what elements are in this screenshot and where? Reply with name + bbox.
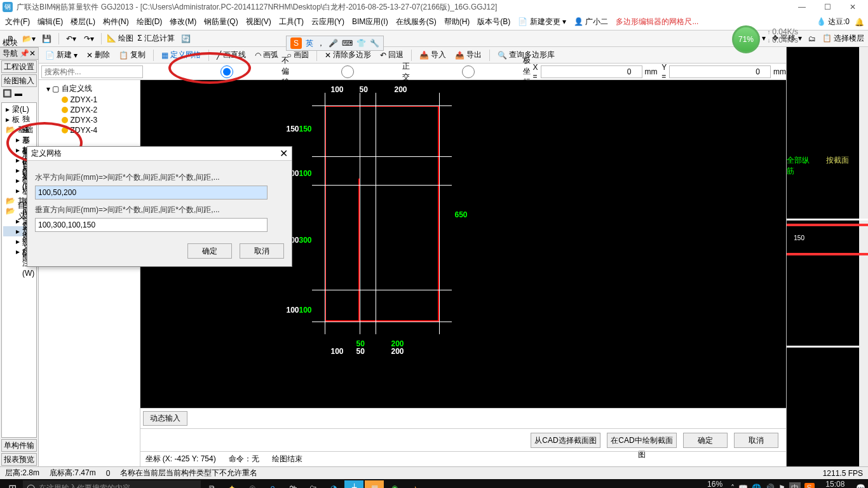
save-icon[interactable]: 💾 — [39, 32, 53, 45]
panel-close-icon[interactable]: ✕ — [29, 49, 36, 58]
undo-icon[interactable]: ↶▾ — [64, 32, 78, 45]
bell-icon[interactable]: 🔔 — [855, 18, 864, 27]
menu-修改(M)[interactable]: 修改(M) — [168, 15, 198, 29]
copy-btn[interactable]: 📋 复制 — [116, 48, 148, 62]
single-component-btn[interactable]: 单构件输入 — [1, 439, 37, 452]
start-button[interactable]: ⊞ — [3, 482, 22, 489]
ime-settings-icon[interactable]: 🔧 — [370, 39, 379, 48]
zdyx-item[interactable]: ZDYX-4 — [41, 125, 137, 135]
tree-root[interactable]: ▾ ▢ 自定义线 — [41, 83, 137, 95]
zdyx-item[interactable]: ZDYX-2 — [41, 105, 137, 115]
taskbar-search[interactable]: ◯ 在这里输入你要搜索的内容 — [23, 480, 201, 488]
dialog-cancel-btn[interactable]: 取消 — [240, 243, 284, 259]
menu-文件(F)[interactable]: 文件(F) — [4, 15, 31, 29]
gear-icon — [62, 117, 68, 123]
tree-mode-icon[interactable]: 🔲 — [3, 89, 12, 100]
menu-工具(T)[interactable]: 工具(T) — [278, 15, 305, 29]
ime-mic-icon[interactable]: 🎤 — [329, 39, 338, 48]
minimize-button[interactable]: — — [789, 3, 815, 11]
dialog-ok-btn[interactable]: 确定 — [187, 243, 232, 259]
close-button[interactable]: ✕ — [840, 3, 865, 11]
system-tray[interactable]: 16%CPU使用 ˄ 📖 🌐 🔊 ⚑ 中 S 15:082017/9/28 💬 — [703, 481, 865, 488]
tb-store-icon[interactable]: 🛍 — [283, 480, 302, 488]
panel-pin-icon[interactable]: 📌 — [20, 49, 29, 58]
ime-punct-icon[interactable]: ， — [317, 38, 325, 49]
preview-scrollbar[interactable] — [859, 47, 868, 466]
menu-视图(V)[interactable]: 视图(V) — [245, 15, 273, 29]
ime-toolbar[interactable]: S 英 ， 🎤 ⌨ 👕 🔧 — [286, 36, 384, 51]
gear-icon — [62, 127, 68, 133]
refresh-icon[interactable]: 🔄 — [179, 32, 193, 45]
tray-net-icon[interactable]: 🌐 — [752, 484, 761, 488]
menu-构件(N)[interactable]: 构件(N) — [102, 15, 130, 29]
menu-云应用(Y)[interactable]: 云应用(Y) — [310, 15, 346, 29]
tb-explorer-icon[interactable]: 🗂 — [304, 480, 323, 488]
cpu-meter[interactable]: 16%CPU使用 — [703, 481, 727, 488]
y-input[interactable] — [669, 65, 771, 78]
sel-floor-btn[interactable]: 📋 选择楼层 — [822, 33, 864, 44]
x-input[interactable] — [541, 65, 642, 78]
sogou-tray-icon[interactable]: S — [804, 483, 815, 488]
tray-book-icon[interactable]: 📖 — [738, 484, 748, 488]
tray-flag-icon[interactable]: ⚑ — [778, 484, 785, 488]
tb-app-1[interactable]: ✦ — [222, 480, 241, 488]
search-component-input[interactable] — [41, 65, 143, 78]
user-label[interactable]: 👤 广小二 — [573, 15, 609, 29]
draw-btn[interactable]: 📐 绘图 — [107, 33, 133, 44]
tree-item[interactable]: ▸ 梁(L) — [3, 104, 35, 114]
menu-楼层(L)[interactable]: 楼层(L) — [69, 15, 97, 29]
horiz-spacing-input[interactable] — [35, 186, 268, 200]
tray-vol-icon[interactable]: 🔊 — [765, 484, 775, 488]
custom-line-tree[interactable]: ▾ ▢ 自定义线 ZDYX-1 ZDYX-2 ZDYX-3 ZDYX-4 — [39, 80, 140, 466]
zdyx-item[interactable]: ZDYX-1 — [41, 95, 137, 105]
tree-mode-icon2[interactable]: ▬ — [15, 89, 22, 100]
menu-绘图(D)[interactable]: 绘图(D) — [135, 15, 164, 29]
tb-app-6[interactable]: ◉ — [385, 480, 404, 488]
tb-app-5[interactable]: ▦ — [365, 480, 384, 488]
windows-taskbar[interactable]: ⊞ ◯ 在这里输入你要搜索的内容 ⧉ ✦ ◎ e 🛍 🗂 ◔ ┿ ▦ ◉ ♪ 1… — [0, 479, 868, 488]
project-settings-btn[interactable]: 工程设置 — [1, 60, 37, 73]
clock[interactable]: 15:082017/9/28 — [818, 481, 852, 488]
ime-indicator[interactable]: 中 — [789, 482, 801, 489]
new-change-btn[interactable]: 📄 新建变更 ▾ — [517, 15, 567, 29]
ime-keyboard-icon[interactable]: ⌨ — [342, 39, 353, 48]
tb-app-4[interactable]: ┿ — [344, 480, 363, 488]
draw-input-btn[interactable]: 绘图输入 — [1, 74, 37, 87]
menu-BIM应用(I)[interactable]: BIM应用(I) — [351, 15, 390, 29]
tb-app-7[interactable]: ♪ — [405, 480, 424, 488]
menu-在线服务(S)[interactable]: 在线服务(S) — [395, 15, 438, 29]
task-view-icon[interactable]: ⧉ — [202, 480, 221, 488]
dialog-titlebar[interactable]: 定义网格 ✕ — [27, 147, 292, 161]
in-cad-btn[interactable]: 在CAD中绘制截面图 — [607, 433, 677, 448]
dynamic-input-toggle[interactable]: 动态输入 — [143, 411, 187, 426]
sum-btn[interactable]: Σ 汇总计算 — [137, 33, 175, 44]
section-preview[interactable]: 全部纵筋 按截面 150 — [786, 47, 868, 466]
open-file-icon[interactable]: 📂▾ — [22, 32, 36, 45]
tb-edge-icon[interactable]: e — [263, 480, 282, 488]
performance-badge[interactable]: 71% — [732, 25, 760, 53]
tb-app-3[interactable]: ◔ — [324, 480, 343, 488]
new-component-btn[interactable]: 📄 新建 ▾ — [43, 48, 80, 62]
tb-app-2[interactable]: ◎ — [243, 480, 262, 488]
action-center-icon[interactable]: 💬 — [856, 484, 865, 488]
maximize-button[interactable]: ☐ — [815, 3, 840, 11]
menu-钢筋量(Q)[interactable]: 钢筋量(Q) — [203, 15, 239, 29]
vert-spacing-input[interactable] — [35, 218, 268, 232]
tray-up-icon[interactable]: ˄ — [731, 484, 735, 488]
layer-icon[interactable]: 🗂 — [808, 34, 816, 43]
menu-编辑(E)[interactable]: 编辑(E) — [36, 15, 64, 29]
dialog-close-icon[interactable]: ✕ — [280, 147, 288, 159]
ortho-radio[interactable]: 正交 — [294, 61, 410, 83]
delete-btn[interactable]: ✕ 删除 — [84, 48, 112, 62]
x-unit: mm — [645, 67, 658, 76]
canvas-ok-btn[interactable]: 确定 — [683, 433, 728, 448]
report-preview-btn[interactable]: 报表预览 — [1, 453, 37, 466]
canvas-cancel-btn[interactable]: 取消 — [734, 433, 778, 448]
menu-帮助(H)[interactable]: 帮助(H) — [443, 15, 471, 29]
ime-skin-icon[interactable]: 👕 — [356, 39, 366, 48]
ime-lang[interactable]: 英 — [306, 38, 313, 49]
menu-版本号(B)[interactable]: 版本号(B) — [476, 15, 512, 29]
redo-icon[interactable]: ↷▾ — [82, 32, 96, 45]
zdyx-item[interactable]: ZDYX-3 — [41, 115, 137, 125]
from-cad-btn[interactable]: 从CAD选择截面图 — [531, 433, 600, 448]
